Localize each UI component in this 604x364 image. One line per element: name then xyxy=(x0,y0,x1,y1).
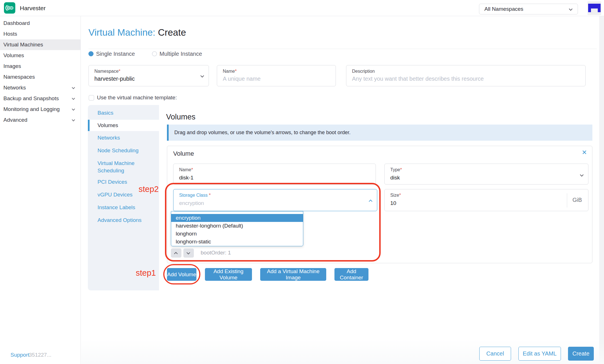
namespace-field[interactable]: Namespace* harvester-public xyxy=(88,65,209,86)
page-title-action: Create xyxy=(158,27,186,38)
support-link[interactable]: Support xyxy=(10,352,29,358)
volume-size-field[interactable]: Size* 10 GiB xyxy=(384,189,588,211)
boot-order-up-button[interactable] xyxy=(171,249,181,258)
volume-size-label: Size xyxy=(390,193,399,198)
chevron-down-icon xyxy=(580,173,584,177)
vm-template-checkbox-row: Use the virtual machine template: xyxy=(89,95,177,101)
add-volume-button[interactable]: Add Volume xyxy=(167,268,196,281)
create-button[interactable]: Create xyxy=(568,347,594,361)
page-title-prefix: Virtual Machine: xyxy=(88,27,155,38)
section-tab-column: Basics Volumes Networks Node Scheduling … xyxy=(88,105,159,290)
app-title: Harvester xyxy=(20,0,46,16)
volumes-section-heading: Volumes xyxy=(166,113,196,121)
chevron-down-icon xyxy=(200,74,204,78)
sidebar-item-advanced[interactable]: Advanced xyxy=(0,115,81,125)
name-label: Name xyxy=(223,69,235,74)
required-asterisk: * xyxy=(235,69,237,74)
boot-order-info-banner: Drag and drop volumes, or use the volume… xyxy=(167,125,592,141)
step1-annotation-label: step1 xyxy=(136,268,156,278)
volume-type-label: Type xyxy=(390,167,400,172)
sidebar-item-hosts[interactable]: Hosts xyxy=(0,29,81,39)
sidebar-item-dashboard[interactable]: Dashboard xyxy=(0,18,81,29)
chevron-down-icon xyxy=(72,97,75,100)
namespace-filter-select[interactable]: All Namespaces xyxy=(479,4,578,14)
size-unit-label: GiB xyxy=(573,197,582,203)
sidebar-item-networks[interactable]: Networks xyxy=(0,82,81,93)
add-container-button[interactable]: Add Container xyxy=(334,268,368,281)
single-instance-label: Single Instance xyxy=(96,51,135,57)
single-instance-radio[interactable] xyxy=(88,51,94,56)
boot-order-down-button[interactable] xyxy=(183,249,194,258)
required-asterisk: * xyxy=(191,167,193,172)
storage-class-label: Storage Class xyxy=(179,193,208,198)
volume-name-value: disk-1 xyxy=(179,175,194,181)
sidebar-item-namespaces[interactable]: Namespaces xyxy=(0,72,81,82)
namespace-label: Namespace xyxy=(94,69,118,74)
volume-size-value: 10 xyxy=(390,200,396,206)
namespace-filter-value: All Namespaces xyxy=(484,6,523,12)
step2-annotation-label: step2 xyxy=(139,185,159,194)
left-nav-sidebar: Dashboard Hosts Virtual Machines Volumes… xyxy=(0,16,81,364)
storage-class-placeholder: encryption xyxy=(179,200,204,206)
volume-name-label: Name xyxy=(179,167,191,172)
vm-template-checkbox[interactable] xyxy=(89,95,94,100)
tab-volumes[interactable]: Volumes xyxy=(88,120,159,131)
dropdown-option-harvester-longhorn[interactable]: harvester-longhorn (Default) xyxy=(171,222,303,230)
tab-basics[interactable]: Basics xyxy=(88,109,159,117)
tab-networks[interactable]: Networks xyxy=(88,134,159,142)
edit-as-yaml-button[interactable]: Edit as YAML xyxy=(518,347,561,361)
title-divider xyxy=(88,49,597,49)
version-text: 351227... xyxy=(29,352,51,358)
chevron-down-icon xyxy=(72,118,75,121)
required-asterisk: * xyxy=(209,193,211,198)
chevron-up-icon xyxy=(369,200,372,203)
dropdown-option-longhorn[interactable]: longhorn xyxy=(171,230,303,238)
sidebar-item-images[interactable]: Images xyxy=(0,61,81,72)
multiple-instance-radio[interactable] xyxy=(152,51,157,56)
required-asterisk: * xyxy=(399,193,401,198)
chevron-down-icon xyxy=(72,107,75,110)
instance-mode-radios: Single Instance Multiple Instance xyxy=(88,50,219,57)
page-title: Virtual Machine: Create xyxy=(88,27,186,38)
sidebar-item-virtual-machines[interactable]: Virtual Machines xyxy=(0,39,81,50)
storage-class-dropdown: encryption harvester-longhorn (Default) … xyxy=(171,211,303,246)
required-asterisk: * xyxy=(118,69,120,74)
dropdown-option-encryption[interactable]: encryption xyxy=(171,214,303,222)
description-placeholder: Any text you want that better describes … xyxy=(352,76,484,82)
name-placeholder: A unique name xyxy=(223,76,260,82)
sidebar-item-monitoring-and-logging[interactable]: Monitoring and Logging xyxy=(0,104,81,115)
tab-advanced-options[interactable]: Advanced Options xyxy=(88,217,159,224)
boot-order-label: bootOrder: 1 xyxy=(201,250,231,256)
vertical-scrollbar[interactable] xyxy=(599,16,604,364)
description-field[interactable]: Description Any text you want that bette… xyxy=(346,65,586,86)
multiple-instance-label: Multiple Instance xyxy=(160,51,202,57)
name-field[interactable]: Name* A unique name xyxy=(217,65,336,86)
chevron-down-icon xyxy=(72,86,75,89)
size-unit-divider xyxy=(567,193,567,207)
user-avatar[interactable] xyxy=(588,1,601,15)
volume-card-title: Volume xyxy=(173,150,194,157)
volume-type-value: disk xyxy=(390,175,400,181)
top-header: Harvester All Namespaces xyxy=(0,0,604,16)
sidebar-item-backup-and-snapshots[interactable]: Backup and Snapshots xyxy=(0,93,81,104)
description-label: Description xyxy=(352,69,375,74)
cancel-button[interactable]: Cancel xyxy=(479,347,511,361)
volume-type-field[interactable]: Type* disk xyxy=(384,164,588,185)
tab-virtual-machine-scheduling[interactable]: Virtual Machine Scheduling xyxy=(88,160,145,174)
dropdown-option-longhorn-static[interactable]: longhorn-static xyxy=(171,238,303,246)
vm-template-checkbox-label: Use the virtual machine template: xyxy=(97,95,177,101)
add-existing-volume-button[interactable]: Add Existing Volume xyxy=(205,268,252,281)
tab-instance-labels[interactable]: Instance Labels xyxy=(88,204,159,211)
required-asterisk: * xyxy=(400,167,402,172)
wheat-logo-glyph xyxy=(5,4,14,12)
volume-name-field[interactable]: Name* disk-1 xyxy=(173,164,376,185)
add-virtual-machine-image-button[interactable]: Add a Virtual Machine Image xyxy=(260,268,326,281)
chevron-down-icon xyxy=(569,7,573,11)
sidebar-item-volumes[interactable]: Volumes xyxy=(0,50,81,61)
storage-class-field[interactable]: Storage Class * encryption xyxy=(173,189,377,211)
close-icon[interactable]: ✕ xyxy=(582,149,587,156)
namespace-value: harvester-public xyxy=(94,76,135,82)
volume-card: Volume ✕ Name* disk-1 Type* disk Storage… xyxy=(167,146,592,263)
tab-node-scheduling[interactable]: Node Scheduling xyxy=(88,147,159,154)
harvester-logo-icon[interactable] xyxy=(4,2,15,14)
